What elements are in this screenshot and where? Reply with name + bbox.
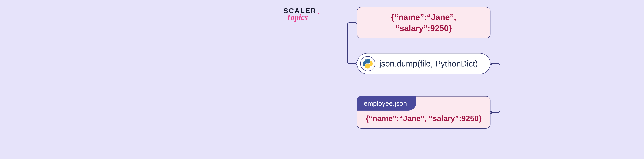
python-dict-content: {“name”:“Jane”, “salary”:9250}	[391, 12, 456, 34]
scaler-topics-logo: SCALER Topics	[283, 7, 316, 22]
output-file-box: employee.json {“name”:“Jane”, “salary”:9…	[357, 96, 490, 128]
output-filename-tab: employee.json	[357, 96, 416, 110]
connector-input-to-function	[345, 22, 358, 66]
diagram-stage: SCALER Topics {“name”:“Jane”, “salary”:9…	[170, 0, 603, 159]
output-json-content: {“name”:“Jane”, “salary”:9250}	[357, 113, 490, 124]
logo-dot-icon	[318, 13, 320, 14]
json-dump-function-box: json.dump(file, PythonDict)	[357, 53, 490, 74]
function-call-text: json.dump(file, PythonDict)	[379, 59, 478, 68]
dict-line-1: {“name”:“Jane”,	[391, 12, 456, 22]
connector-function-to-output	[490, 62, 502, 114]
python-logo-icon	[360, 56, 375, 71]
dict-line-2: “salary”:9250}	[396, 24, 452, 33]
python-dict-box: {“name”:“Jane”, “salary”:9250}	[357, 7, 490, 38]
